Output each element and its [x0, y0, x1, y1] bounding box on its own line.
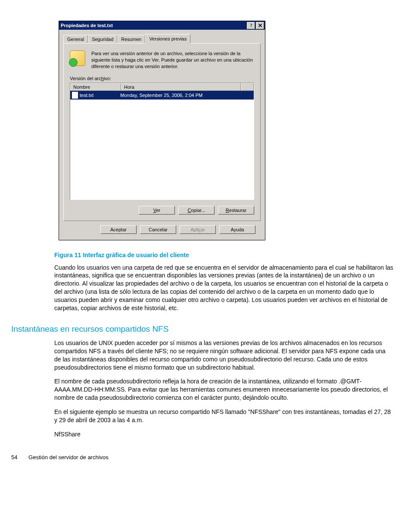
titlebar[interactable]: Propiedades de test.txt ?: [59, 21, 265, 30]
paragraph: Cuando los usuarios ven una carpeta de r…: [54, 264, 394, 312]
help-icon[interactable]: ?: [247, 22, 255, 29]
figure-caption: Figura 11 Interfaz gráfica de usuario de…: [54, 252, 402, 258]
list-item-time: Monday, September 25, 2006, 2:04 PM: [120, 93, 202, 98]
tab-panel: Para ver una versión anterior de un arch…: [63, 43, 261, 221]
page-footer: 54 Gestión del servidor de archivos: [11, 454, 402, 460]
inner-button-row: Ver Copiar... Restaurar: [70, 206, 254, 215]
page-number: 54: [11, 454, 17, 460]
section-heading: Instantáneas en recursos compartidos NFS: [11, 324, 402, 334]
view-button[interactable]: Ver: [139, 206, 175, 215]
previous-versions-icon: [70, 50, 85, 66]
apply-button[interactable]: Aplicar: [180, 225, 216, 234]
section-label: Versión del archivo:: [70, 76, 254, 81]
footer-text: Gestión del servidor de archivos: [28, 454, 109, 460]
column-header-name[interactable]: Nombre: [70, 83, 121, 91]
properties-dialog: Propiedades de test.txt ? General Seguri…: [59, 21, 265, 240]
cancel-button[interactable]: Cancelar: [140, 225, 176, 234]
tab-row: General Seguridad Resumen Versiones prev…: [63, 34, 261, 43]
info-text: Para ver una versión anterior de un arch…: [91, 50, 254, 70]
column-header-time[interactable]: Hora: [121, 83, 241, 91]
tab-security[interactable]: Seguridad: [88, 35, 117, 43]
close-icon[interactable]: [256, 22, 264, 29]
dialog-footer: Aceptar Cancelar Aplicar Ayuda: [63, 221, 261, 234]
help-button[interactable]: Ayuda: [219, 225, 255, 234]
paragraph: El nombre de cada pseudosubdirectorio re…: [54, 377, 394, 402]
titlebar-text: Propiedades de test.txt: [61, 23, 246, 28]
svg-text:?: ?: [250, 23, 252, 28]
paragraph: En el siguiente ejemplo se muestra un re…: [54, 408, 394, 424]
tab-summary[interactable]: Resumen: [117, 35, 145, 43]
restore-button[interactable]: Restaurar: [218, 206, 254, 215]
file-icon: [72, 92, 78, 99]
paragraph: NfSShare: [54, 430, 394, 439]
copy-button[interactable]: Copiar...: [178, 206, 215, 215]
ok-button[interactable]: Aceptar: [100, 225, 137, 234]
paragraph: Los usuarios de UNIX pueden acceder por …: [54, 339, 394, 372]
tab-previous-versions[interactable]: Versiones previas: [145, 34, 190, 44]
list-item-name: test.txt: [80, 93, 93, 98]
listview-header[interactable]: Nombre Hora: [70, 83, 254, 91]
tab-general[interactable]: General: [63, 35, 88, 43]
column-header-stub: [241, 83, 254, 91]
list-item[interactable]: test.txt Monday, September 25, 2006, 2:0…: [70, 91, 254, 100]
version-listview[interactable]: Nombre Hora test.txt Monday, September 2…: [70, 83, 254, 200]
